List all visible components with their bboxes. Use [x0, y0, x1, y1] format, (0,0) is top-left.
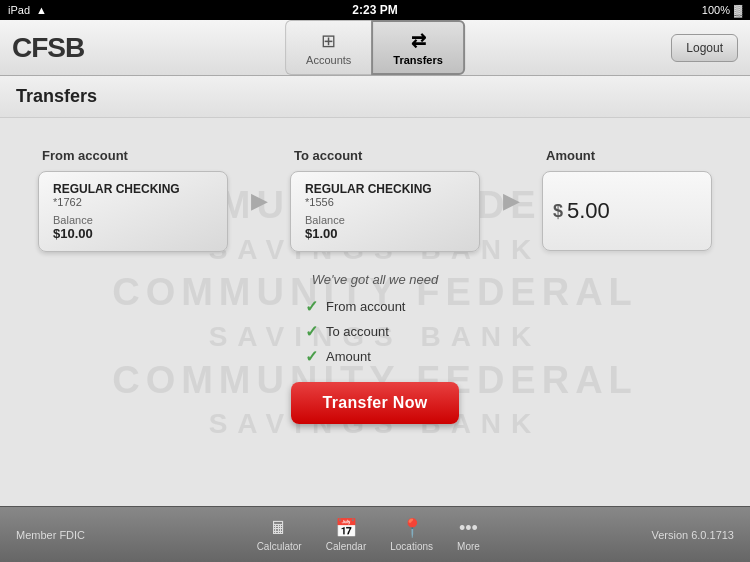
- check-label-from: From account: [326, 299, 405, 314]
- accounts-icon: ⊞: [321, 30, 336, 52]
- check-item-to: ✓ To account: [305, 322, 445, 341]
- right-arrow-icon-2: ▶: [503, 188, 520, 214]
- from-account-col: From account REGULAR CHECKING *1762 Bala…: [38, 148, 228, 252]
- logo-sb: SB: [47, 32, 84, 63]
- status-left: iPad ▲: [8, 4, 47, 16]
- carrier-label: iPad: [8, 4, 30, 16]
- amount-label: Amount: [542, 148, 595, 163]
- to-account-card[interactable]: REGULAR CHECKING *1556 Balance $1.00: [290, 171, 480, 252]
- right-arrow-icon: ▶: [251, 188, 268, 214]
- to-account-number: *1556: [305, 196, 465, 208]
- page-title-bar: Transfers: [0, 76, 750, 118]
- to-balance-label: Balance: [305, 214, 465, 226]
- wifi-icon: ▲: [36, 4, 47, 16]
- battery-icon: ▓: [734, 4, 742, 16]
- calendar-label: Calendar: [326, 541, 367, 552]
- tab-accounts[interactable]: ⊞ Accounts: [285, 20, 371, 75]
- locations-label: Locations: [390, 541, 433, 552]
- from-balance-value: $10.00: [53, 226, 213, 241]
- header-nav: ⊞ Accounts ⇄ Transfers: [285, 20, 465, 75]
- from-account-name: REGULAR CHECKING: [53, 182, 213, 196]
- footer-calculator[interactable]: 🖩 Calculator: [257, 518, 302, 552]
- app-header: CFSB ⊞ Accounts ⇄ Transfers Logout: [0, 20, 750, 76]
- check-item-amount: ✓ Amount: [305, 347, 445, 366]
- check-label-amount: Amount: [326, 349, 371, 364]
- amount-input[interactable]: [567, 198, 677, 224]
- tab-transfers-label: Transfers: [393, 54, 443, 66]
- to-account-label: To account: [290, 148, 362, 163]
- locations-icon: 📍: [401, 517, 423, 539]
- arrow-right-2: ▶: [496, 188, 526, 214]
- more-label: More: [457, 541, 480, 552]
- member-fdic: Member FDIC: [16, 529, 85, 541]
- from-account-card[interactable]: REGULAR CHECKING *1762 Balance $10.00: [38, 171, 228, 252]
- app-logo: CFSB: [12, 32, 84, 64]
- footer-calendar[interactable]: 📅 Calendar: [326, 517, 367, 552]
- transfer-now-button[interactable]: Transfer Now: [291, 382, 460, 424]
- checklist-section: We've got all we need ✓ From account ✓ T…: [30, 272, 720, 366]
- tab-transfers[interactable]: ⇄ Transfers: [371, 20, 465, 75]
- status-time: 2:23 PM: [352, 3, 397, 17]
- from-account-label: From account: [38, 148, 128, 163]
- calculator-label: Calculator: [257, 541, 302, 552]
- calendar-icon: 📅: [335, 517, 357, 539]
- footer-locations[interactable]: 📍 Locations: [390, 517, 433, 552]
- main-content: COMMUNITY FEDERAL SAVINGS BANK COMMUNITY…: [0, 118, 750, 506]
- tab-accounts-label: Accounts: [306, 54, 351, 66]
- logout-button[interactable]: Logout: [671, 34, 738, 62]
- to-account-name: REGULAR CHECKING: [305, 182, 465, 196]
- from-account-number: *1762: [53, 196, 213, 208]
- check-item-from: ✓ From account: [305, 297, 445, 316]
- from-balance-label: Balance: [53, 214, 213, 226]
- page-title: Transfers: [16, 86, 734, 107]
- calculator-icon: 🖩: [270, 518, 288, 539]
- amount-input-container[interactable]: $: [542, 171, 712, 251]
- status-bar: iPad ▲ 2:23 PM 100% ▓: [0, 0, 750, 20]
- check-icon-from: ✓: [305, 297, 318, 316]
- version-label: Version 6.0.1713: [651, 529, 734, 541]
- to-account-col: To account REGULAR CHECKING *1556 Balanc…: [290, 148, 480, 252]
- check-label-to: To account: [326, 324, 389, 339]
- check-icon-amount: ✓: [305, 347, 318, 366]
- logo-cf: CF: [12, 32, 47, 63]
- more-icon: •••: [459, 518, 478, 539]
- app-footer: Member FDIC 🖩 Calculator 📅 Calendar 📍 Lo…: [0, 506, 750, 562]
- footer-nav: 🖩 Calculator 📅 Calendar 📍 Locations ••• …: [257, 517, 480, 552]
- main-area: COMMUNITY FEDERAL SAVINGS BANK COMMUNITY…: [0, 118, 750, 506]
- checklist-title: We've got all we need: [312, 272, 439, 287]
- transfer-row: From account REGULAR CHECKING *1762 Bala…: [30, 148, 720, 252]
- battery-label: 100%: [702, 4, 730, 16]
- check-icon-to: ✓: [305, 322, 318, 341]
- status-right: 100% ▓: [702, 4, 742, 16]
- amount-col: Amount $: [542, 148, 712, 251]
- to-balance-value: $1.00: [305, 226, 465, 241]
- transfers-icon: ⇄: [411, 30, 426, 52]
- footer-more[interactable]: ••• More: [457, 518, 480, 552]
- dollar-sign: $: [553, 201, 563, 222]
- arrow-right: ▶: [244, 188, 274, 214]
